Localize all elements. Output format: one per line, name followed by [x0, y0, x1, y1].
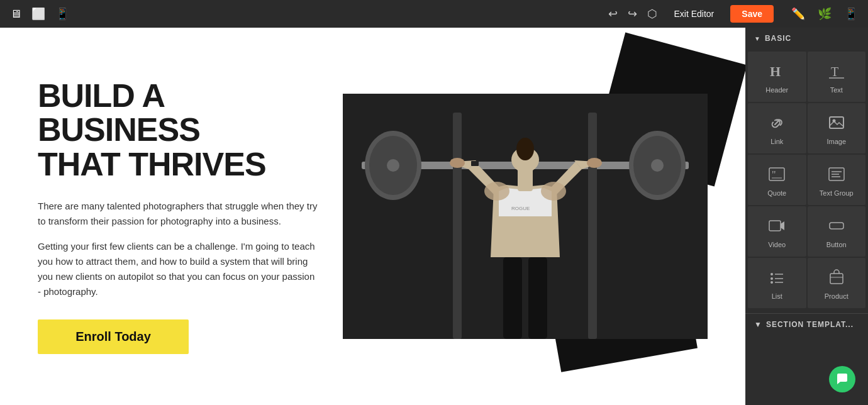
mobile-preview-icon[interactable]: 📱	[844, 7, 858, 21]
redo-icon[interactable]: ↪	[628, 7, 637, 21]
svg-point-17	[587, 158, 602, 168]
svg-rect-35	[830, 223, 843, 229]
svg-rect-10	[588, 113, 597, 339]
tablet-landscape-icon[interactable]: ⬜	[31, 7, 45, 21]
section-templates-header[interactable]: ▼ SECTION TEMPLAT...	[745, 313, 868, 335]
section-templates-label: SECTION TEMPLAT...	[766, 320, 854, 329]
sidebar-item-text-group[interactable]: Text Group	[808, 155, 866, 205]
svg-rect-11	[503, 257, 522, 339]
link-icon	[768, 114, 786, 134]
sidebar-item-link[interactable]: Link	[748, 103, 806, 153]
sidebar-item-video[interactable]: Video	[748, 206, 806, 257]
sidebar-item-link-label: Link	[771, 138, 783, 145]
svg-point-18	[484, 182, 509, 201]
svg-rect-42	[830, 274, 843, 284]
left-content: BUILD A BUSINESS THAT THRIVES There are …	[38, 79, 318, 355]
tablet-portrait-icon[interactable]: 📱	[55, 7, 69, 21]
body-paragraph-2: Getting your first few clients can be a …	[38, 239, 318, 299]
svg-point-16	[450, 158, 465, 168]
svg-point-8	[651, 159, 664, 172]
list-icon	[768, 269, 786, 289]
chat-bubble-button[interactable]	[829, 366, 855, 392]
right-image-area: ROGUE	[343, 59, 708, 374]
image-icon	[828, 114, 845, 134]
video-icon	[768, 217, 786, 237]
undo-icon[interactable]: ↩	[608, 7, 618, 21]
sidebar-item-image[interactable]: Image	[808, 103, 866, 153]
quote-icon: "	[768, 165, 786, 186]
sidebar-item-button-label: Button	[826, 241, 847, 248]
sidebar-item-quote-label: Quote	[767, 189, 786, 197]
svg-point-5	[387, 159, 399, 172]
svg-point-19	[541, 182, 566, 201]
enroll-today-button[interactable]: Enroll Today	[38, 319, 189, 354]
paint-brush-icon[interactable]: ✏️	[791, 7, 805, 21]
svg-rect-20	[471, 161, 479, 166]
svg-text:T: T	[831, 65, 838, 79]
section-templates-arrow: ▼	[754, 320, 762, 329]
svg-rect-12	[528, 257, 547, 339]
sidebar-item-text-label: Text	[830, 86, 843, 94]
button-icon	[828, 217, 845, 237]
sidebar-item-text-group-label: Text Group	[820, 189, 854, 197]
text-icon: T	[828, 62, 845, 82]
desktop-icon[interactable]: 🖥	[10, 8, 21, 21]
svg-rect-25	[830, 117, 843, 128]
svg-text:ROGUE: ROGUE	[511, 206, 530, 211]
basic-section-arrow: ▼	[754, 35, 761, 42]
svg-point-40	[771, 281, 773, 284]
hero-image: ROGUE	[343, 94, 708, 339]
sidebar-item-product-label: Product	[825, 292, 849, 300]
svg-rect-34	[769, 221, 781, 231]
svg-point-15	[516, 138, 534, 160]
sidebar-item-product[interactable]: Product	[808, 258, 866, 308]
sidebar-item-video-label: Video	[768, 241, 786, 248]
device-selector: 🖥 ⬜ 📱	[10, 7, 69, 21]
header-icon: H	[768, 62, 786, 82]
main-heading: BUILD A BUSINESS THAT THRIVES	[38, 79, 318, 182]
external-link-icon[interactable]: ⬡	[647, 7, 657, 21]
svg-point-36	[771, 273, 773, 275]
text-group-icon	[828, 165, 845, 186]
svg-rect-9	[453, 113, 462, 339]
toolbar-actions: ↩ ↪ ⬡ Exit Editor Save	[608, 5, 774, 23]
page-content: BUILD A BUSINESS THAT THRIVES There are …	[0, 28, 745, 405]
sidebar-elements-grid: H Header T Text	[745, 49, 868, 311]
sidebar-item-text[interactable]: T Text	[808, 52, 866, 102]
sidebar-item-list[interactable]: List	[748, 258, 806, 308]
sidebar-item-list-label: List	[772, 292, 782, 300]
sidebar-item-header[interactable]: H Header	[748, 52, 806, 102]
basic-section-header[interactable]: ▼ BASIC	[745, 28, 868, 49]
share-icon[interactable]: 🌿	[818, 7, 832, 21]
sidebar-item-header-label: Header	[765, 86, 788, 94]
toolbar: 🖥 ⬜ 📱 ↩ ↪ ⬡ Exit Editor Save ✏️ 🌿 📱	[0, 0, 868, 28]
svg-point-38	[771, 277, 773, 280]
save-button[interactable]: Save	[730, 5, 774, 23]
exit-editor-button[interactable]: Exit Editor	[667, 6, 720, 21]
sidebar-item-image-label: Image	[826, 138, 846, 145]
svg-text:H: H	[770, 64, 781, 79]
sidebar-item-quote[interactable]: " Quote	[748, 155, 806, 205]
body-paragraph-1: There are many talented photographers th…	[38, 199, 318, 229]
sidebar-item-button[interactable]: Button	[808, 206, 866, 257]
main-layout: BUILD A BUSINESS THAT THRIVES There are …	[0, 28, 868, 405]
toolbar-extra: ✏️ 🌿 📱	[791, 7, 858, 21]
product-icon	[828, 269, 845, 289]
basic-section-label: BASIC	[765, 34, 791, 43]
right-sidebar: ▼ BASIC H Header T	[745, 28, 868, 405]
canvas-area: BUILD A BUSINESS THAT THRIVES There are …	[0, 28, 745, 405]
